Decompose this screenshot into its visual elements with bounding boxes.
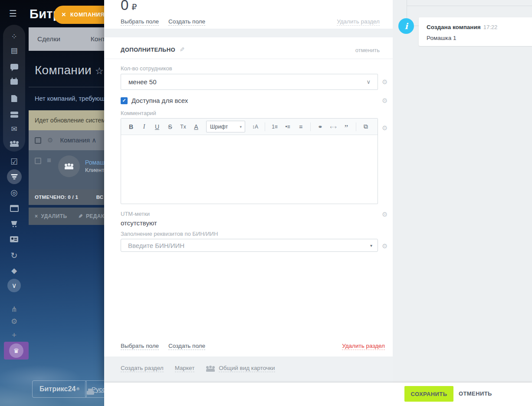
comment-field-label: Комментарий: [121, 110, 156, 116]
company-avatar: [58, 155, 80, 177]
utm-field-label: UTM-метки: [121, 211, 150, 217]
people-icon: [10, 141, 19, 147]
drag-handle-icon[interactable]: ≡: [47, 156, 51, 165]
sidebar-item-drive[interactable]: [0, 112, 28, 119]
card-view-people-icon: [206, 366, 215, 372]
company-link[interactable]: Ромаш: [85, 159, 105, 166]
save-button[interactable]: СОХРАНИТЬ: [404, 386, 453, 402]
sidebar-item-tariff[interactable]: ♛: [4, 342, 29, 360]
close-icon[interactable]: ×: [62, 10, 66, 19]
banner-text: Идет обновление систем: [35, 117, 105, 124]
select-field-link[interactable]: Выбрать поле: [121, 343, 159, 350]
font-select[interactable]: Шрифт ▾: [206, 121, 245, 132]
link-button[interactable]: ⚭: [315, 122, 326, 131]
sidebar-item-team[interactable]: [0, 141, 28, 148]
sidebar-item-invite[interactable]: ⋔: [0, 306, 28, 313]
sidebar-item-crm-funnel-active[interactable]: [7, 169, 22, 184]
bullet-list-button[interactable]: •≡: [282, 123, 293, 131]
code-button[interactable]: ‹··›: [328, 123, 339, 130]
bin-input[interactable]: Введите БИН/ИИН ▾: [121, 239, 378, 252]
comment-settings-gear-icon[interactable]: ⚙: [382, 124, 388, 132]
tasks-icon: ☑: [10, 157, 18, 166]
bin-settings-gear-icon[interactable]: ⚙: [382, 242, 388, 250]
comment-editor-content[interactable]: [121, 135, 378, 204]
shared-checkbox-row[interactable]: ✓ Доступна для всех: [121, 97, 188, 104]
timeline-horizontal-line: [407, 6, 532, 6]
delete-section-link[interactable]: Удалить раздел: [342, 343, 385, 350]
sidebar-item-tasks[interactable]: ☑: [0, 158, 28, 166]
triangle-down-icon: ▾: [370, 243, 372, 248]
shared-settings-gear-icon[interactable]: ⚙: [382, 97, 388, 105]
sidebar-item-store[interactable]: [0, 221, 28, 228]
sidebar-item-mail[interactable]: ✉: [0, 125, 28, 133]
sidebar-item-sync[interactable]: ↻: [0, 251, 28, 260]
amount-value: 0: [121, 0, 128, 13]
editor-toolbar: B I U S Tx A Шрифт ▾ ↕A 1≡ •≡ ≡: [121, 119, 378, 135]
delete-action[interactable]: ×УДАЛИТЬ: [35, 213, 67, 219]
sidebar-item-sites[interactable]: [0, 205, 28, 213]
toolbar-separator: [265, 122, 265, 131]
select-all-checkbox[interactable]: [35, 137, 41, 144]
font-size-button[interactable]: ↕A: [250, 123, 261, 131]
clear-format-button[interactable]: Tx: [177, 123, 189, 131]
column-settings-gear-icon[interactable]: ⚙: [47, 136, 53, 144]
crown-icon: ♛: [9, 343, 23, 358]
italic-button[interactable]: I: [138, 122, 150, 131]
timeline-entry[interactable]: Создана компания17:22 Ромашка 1: [419, 17, 532, 46]
create-section-link[interactable]: Создать раздел: [121, 365, 164, 372]
sidebar-item-calendar[interactable]: [0, 78, 28, 86]
font-select-value: Шрифт: [210, 124, 228, 130]
select-field-link[interactable]: Выбрать поле: [121, 18, 159, 26]
sidebar-item-company[interactable]: [0, 236, 28, 244]
card-view-label: Общий вид карточки: [219, 365, 275, 372]
delete-section-link-disabled[interactable]: Удалить раздел: [337, 18, 380, 26]
create-field-link[interactable]: Создать поле: [168, 18, 205, 26]
main-menu-icon[interactable]: ☰: [9, 8, 17, 19]
sidebar-item-docs[interactable]: [0, 95, 28, 103]
printer-icon[interactable]: [87, 389, 94, 397]
strikethrough-button[interactable]: S: [164, 122, 176, 131]
fullscreen-button[interactable]: ⧉: [360, 122, 371, 131]
sidebar-item-marketing[interactable]: ◎: [0, 188, 28, 197]
cancel-button[interactable]: ОТМЕНИТЬ: [459, 390, 492, 397]
underline-button[interactable]: U: [151, 122, 163, 131]
edit-section-pencil-icon[interactable]: ✎: [178, 47, 185, 52]
revenue-amount: 0₽: [121, 0, 137, 13]
quote-button[interactable]: ”: [341, 122, 352, 131]
column-header-company[interactable]: Компания ∧: [60, 136, 96, 144]
row-checkbox[interactable]: [35, 158, 41, 164]
card-view-link[interactable]: Общий вид карточки: [206, 365, 275, 372]
table-row[interactable]: ≡ Ромаш Клиент: [29, 150, 104, 189]
sidebar-item-settings[interactable]: ⚙: [0, 318, 28, 325]
share-node-icon: ⋔: [11, 305, 17, 314]
timeline-entry-header: Создана компания17:22: [427, 23, 532, 31]
sidebar-item-devops[interactable]: ◆: [0, 267, 28, 274]
edit-action[interactable]: ✎РЕДАК: [78, 213, 104, 219]
bitrix24-brand-button[interactable]: Битрикс24®: [32, 380, 87, 398]
tab-deals[interactable]: Сделки: [37, 35, 60, 43]
employees-select[interactable]: менее 50 ∨: [121, 74, 378, 90]
favorite-star-icon[interactable]: ☆: [95, 66, 104, 76]
sidebar-item-add[interactable]: +: [0, 331, 28, 339]
gear-icon: ⚙: [11, 317, 17, 326]
contact-card-icon: [10, 236, 18, 242]
sidebar-item-more[interactable]: ∨: [7, 279, 21, 292]
employees-settings-gear-icon[interactable]: ⚙: [382, 78, 388, 86]
delete-action-label: УДАЛИТЬ: [41, 213, 67, 219]
ordered-list-button[interactable]: 1≡: [269, 123, 280, 131]
bold-button[interactable]: B: [125, 122, 137, 131]
title-divider: [29, 87, 104, 87]
sidebar-item-feed[interactable]: ▤: [0, 47, 28, 54]
employees-field-label: Кол-во сотрудников: [121, 65, 172, 72]
utm-settings-gear-icon[interactable]: ⚙: [382, 211, 388, 218]
market-link[interactable]: Маркет: [175, 365, 195, 372]
sort-asc-icon: ∧: [92, 136, 96, 144]
checkbox-checked[interactable]: ✓: [121, 97, 128, 104]
section-cancel-link[interactable]: отменить: [355, 47, 380, 53]
text-color-button[interactable]: A: [190, 122, 202, 131]
sidebar-item-crm[interactable]: ⁘: [0, 33, 28, 40]
create-field-link[interactable]: Создать поле: [168, 343, 205, 350]
align-button[interactable]: ≡: [295, 122, 306, 131]
sidebar-item-messenger[interactable]: [0, 63, 28, 71]
comment-editor[interactable]: B I U S Tx A Шрифт ▾ ↕A 1≡ •≡ ≡: [121, 118, 378, 204]
